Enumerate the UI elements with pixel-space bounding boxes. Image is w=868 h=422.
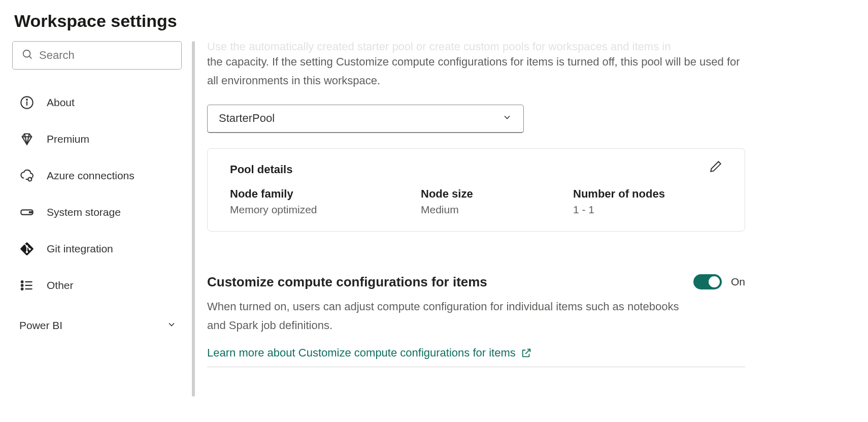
chevron-down-icon bbox=[502, 112, 512, 124]
diamond-icon bbox=[19, 132, 35, 147]
svg-line-1 bbox=[29, 56, 32, 59]
pool-value: 1 - 1 bbox=[573, 204, 665, 216]
main-content: Use the automatically created starter po… bbox=[207, 41, 868, 417]
svg-point-8 bbox=[31, 212, 32, 213]
sidebar-item-label: Other bbox=[47, 279, 74, 291]
storage-icon bbox=[19, 205, 35, 220]
pool-intro-text: the capacity. If the setting Customize c… bbox=[207, 52, 745, 90]
svg-point-5 bbox=[28, 178, 31, 181]
list-icon bbox=[19, 278, 35, 293]
pool-value: Memory optimized bbox=[230, 204, 421, 216]
sidebar-item-label: About bbox=[47, 96, 75, 109]
pool-col-node-count: Number of nodes 1 - 1 bbox=[573, 187, 665, 216]
pool-label: Node family bbox=[230, 187, 421, 201]
sidebar-item-label: Azure connections bbox=[47, 170, 135, 182]
sidebar-item-label: Premium bbox=[47, 133, 89, 145]
sidebar-item-about[interactable]: About bbox=[12, 88, 188, 117]
svg-point-0 bbox=[23, 50, 30, 57]
svg-point-4 bbox=[26, 99, 27, 100]
sidebar-item-label: System storage bbox=[47, 206, 121, 218]
search-input[interactable] bbox=[39, 49, 172, 62]
chevron-down-icon bbox=[166, 319, 177, 332]
customize-compute-toggle[interactable] bbox=[693, 274, 722, 289]
sidebar-section-powerbi[interactable]: Power BI bbox=[12, 315, 188, 336]
svg-point-11 bbox=[21, 284, 23, 286]
info-icon bbox=[19, 95, 35, 110]
sidebar-section-label: Power BI bbox=[19, 319, 62, 332]
external-link-icon bbox=[521, 347, 532, 359]
pool-label: Node size bbox=[421, 187, 573, 201]
pool-details-title: Pool details bbox=[230, 163, 722, 176]
sidebar-nav: About Premium Azure connections System s… bbox=[12, 88, 188, 300]
pool-value: Medium bbox=[421, 204, 573, 216]
sidebar-item-azure-connections[interactable]: Azure connections bbox=[12, 161, 188, 190]
git-icon bbox=[19, 241, 35, 256]
settings-sidebar: About Premium Azure connections System s… bbox=[0, 41, 188, 417]
toggle-knob bbox=[709, 276, 720, 287]
svg-point-7 bbox=[29, 212, 30, 213]
toggle-state-label: On bbox=[731, 276, 745, 288]
pool-col-node-size: Node size Medium bbox=[421, 187, 573, 216]
learn-more-label: Learn more about Customize compute confi… bbox=[207, 346, 516, 360]
search-icon bbox=[22, 49, 33, 62]
search-input-wrap[interactable] bbox=[12, 41, 182, 70]
pool-select[interactable]: StarterPool bbox=[207, 105, 524, 133]
customize-compute-desc: When turned on, users can adjust compute… bbox=[207, 297, 679, 335]
svg-point-9 bbox=[21, 281, 23, 283]
customize-compute-setting: Customize compute configurations for ite… bbox=[207, 274, 745, 367]
intro-text-cut: Use the automatically created starter po… bbox=[207, 41, 848, 52]
pool-select-value: StarterPool bbox=[219, 112, 275, 125]
cloud-link-icon bbox=[19, 168, 35, 183]
sidebar-item-other[interactable]: Other bbox=[12, 271, 188, 300]
pool-label: Number of nodes bbox=[573, 187, 665, 201]
learn-more-link[interactable]: Learn more about Customize compute confi… bbox=[207, 346, 532, 360]
sidebar-item-system-storage[interactable]: System storage bbox=[12, 198, 188, 227]
pencil-icon bbox=[709, 160, 722, 173]
pool-col-node-family: Node family Memory optimized bbox=[230, 187, 421, 216]
sidebar-item-git-integration[interactable]: Git integration bbox=[12, 234, 188, 264]
svg-point-13 bbox=[21, 288, 23, 290]
page-title: Workspace settings bbox=[0, 0, 868, 41]
edit-pool-button[interactable] bbox=[709, 160, 722, 175]
pool-details-card: Pool details Node family Memory optimize… bbox=[207, 148, 745, 232]
sidebar-item-label: Git integration bbox=[47, 243, 113, 255]
customize-compute-title: Customize compute configurations for ite… bbox=[207, 274, 487, 290]
sidebar-item-premium[interactable]: Premium bbox=[12, 124, 188, 154]
sidebar-divider[interactable] bbox=[192, 41, 195, 397]
